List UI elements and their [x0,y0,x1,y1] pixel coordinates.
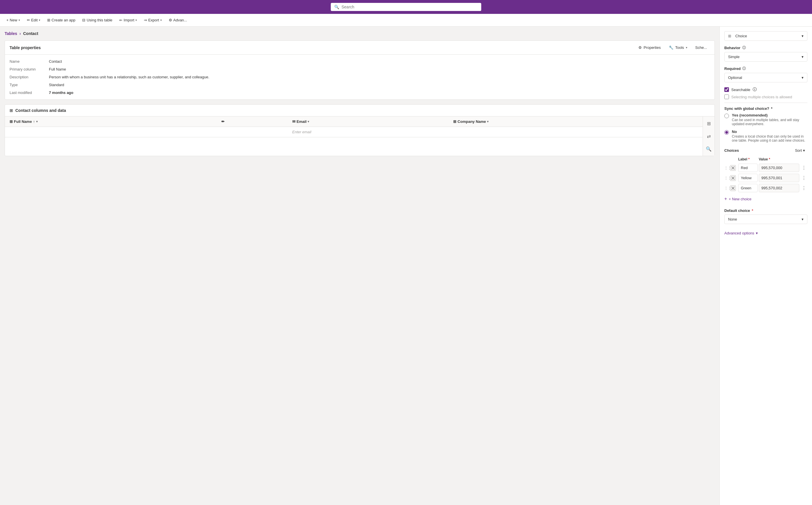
search-input[interactable] [341,5,478,9]
required-label-text: Required ⓘ [724,66,807,71]
divider [724,103,807,103]
data-table: ⊞ Full Name ↑ ▾ ✏ [5,117,703,137]
table-icon: ⊞ [47,18,50,22]
columns-icon: ⊞ [10,108,13,113]
more-button-green[interactable]: ⋮ [800,185,807,191]
share-icon-btn[interactable]: ⇄ [704,132,713,141]
search-bar[interactable]: 🔍 [331,3,481,11]
color-swatch-red[interactable] [730,165,736,171]
info-icon[interactable]: ⓘ [742,45,746,50]
radio-no: No Creates a local choice that can only … [724,130,807,143]
choice-value-yellow[interactable] [759,174,799,182]
required-star: * [771,106,772,111]
col-header-company[interactable]: ⊞ Company Name ▾ [449,117,703,127]
drag-handle[interactable]: ⋮⋮ [724,176,729,180]
using-table-button[interactable]: ⊟ Using this table [79,16,115,24]
sync-heading: Sync with global choice? * [724,106,807,111]
choice-row-red: ⋮⋮ ⋮ [724,164,807,172]
chevron-down-icon: ▾ [802,55,804,59]
cell-email[interactable]: Enter email [287,127,449,137]
more-button-yellow[interactable]: ⋮ [800,175,807,181]
cell-edit [217,127,287,137]
choice-label-yellow[interactable] [738,174,758,182]
plus-icon: + [6,18,9,22]
properties-grid: Name Contact Primary column Full Name De… [5,55,714,100]
drag-handle[interactable]: ⋮⋮ [724,186,729,190]
search-view-icon-btn[interactable]: 🔍 [704,144,713,154]
card-header-actions: ⚙ Properties 🔧 Tools ▾ Sche... [635,44,710,51]
choice-label-green[interactable] [738,184,758,192]
col-header-email[interactable]: ✉ Email ▾ [287,117,449,127]
col-header-edit[interactable]: ✏ [217,117,287,127]
radio-yes: Yes (recommended) Can be used in multipl… [724,113,807,126]
searchable-row: Searchable ⓘ [724,87,807,92]
more-button-red[interactable]: ⋮ [800,164,807,171]
prop-name-label: Name [10,59,44,63]
choices-header: Choices Sort ▾ [724,147,807,154]
advanced-options-button[interactable]: Advanced options ▾ [724,229,758,237]
prop-desc-value: Person with whom a business unit has a r… [49,75,710,79]
chevron-down-icon: ▾ [802,217,804,221]
side-panel-icons: ⊞ ⇄ 🔍 [703,117,714,156]
breadcrumb-current: Contact [23,31,38,36]
default-choice-section: Default choice * None ▾ [724,208,807,224]
sync-no-text: No Creates a local choice that can only … [732,130,807,143]
required-star: * [752,208,753,213]
sync-no-radio[interactable] [724,130,729,135]
properties-button[interactable]: ⚙ Properties [635,44,664,51]
export-button[interactable]: ⇒ Export ▾ [141,16,165,24]
main-layout: Tables › Contact Table properties ⚙ Prop… [0,27,812,505]
cell-fullname [5,127,217,137]
prop-primary-label: Primary column [10,67,44,71]
behavior-label: Behavior ⓘ [724,45,807,50]
table-view-icon-btn[interactable]: ⊞ [704,119,713,128]
field-type-dropdown[interactable]: ⊞ Choice ▾ [724,31,807,41]
default-choice-label: Default choice * [724,208,807,213]
behavior-select[interactable]: Simple ▾ [724,52,807,61]
color-swatch-green[interactable] [730,185,736,191]
chevron-down-icon: ▾ [803,148,805,153]
multiple-choices-checkbox[interactable] [724,95,729,99]
col-header-full-name[interactable]: ⊞ Full Name ↑ ▾ [5,117,217,127]
tools-button[interactable]: 🔧 Tools ▾ [666,44,690,51]
prop-type-value: Standard [49,83,710,87]
value-col-header: Value * [759,157,799,161]
import-button[interactable]: ⇐ Import ▾ [116,16,140,24]
create-app-button[interactable]: ⊞ Create an app [44,16,78,24]
new-choice-button[interactable]: + + New choice [724,194,751,204]
table2-icon: ⊟ [82,18,85,22]
behavior-section: Behavior ⓘ Simple ▾ [724,45,807,61]
color-swatch-yellow[interactable] [730,175,736,181]
left-panel: Tables › Contact Table properties ⚙ Prop… [0,27,719,505]
chevron-down-icon: ▾ [135,18,137,22]
info-icon[interactable]: ⓘ [753,87,757,92]
searchable-checkbox[interactable] [724,87,729,92]
chevron-down-icon: ▾ [487,120,488,123]
prop-name-value: Contact [49,59,710,63]
sync-yes-radio[interactable] [724,114,729,118]
multiple-choices-label: Selecting multiple choices is allowed [731,95,792,99]
chevron-down-icon: ▾ [39,18,40,22]
schedule-button[interactable]: Sche... [692,44,710,51]
default-choice-select[interactable]: None ▾ [724,214,807,224]
table-header-row: ⊞ Full Name ↑ ▾ ✏ [5,117,703,127]
field-type-label: Choice [735,34,747,38]
gear-icon: ⚙ [639,45,642,50]
edit-button[interactable]: ✏ Edit ▾ [24,16,43,24]
choice-value-red[interactable] [759,164,799,172]
card-header: Table properties ⚙ Properties 🔧 Tools ▾ … [5,41,714,55]
info-icon[interactable]: ⓘ [742,66,746,71]
breadcrumb-tables[interactable]: Tables [5,31,17,36]
advanced-button[interactable]: ⚙ Advan... [166,16,190,24]
col-icon-fullname: ⊞ [10,119,13,124]
required-select[interactable]: Optional ▾ [724,73,807,82]
choice-label-red[interactable] [738,164,758,172]
choice-value-green[interactable] [759,184,799,192]
choices-column-headers: Label * Value * [724,156,807,162]
drag-handle[interactable]: ⋮⋮ [724,166,729,170]
new-button[interactable]: + New ▾ [3,16,23,24]
breadcrumb: Tables › Contact [5,31,715,36]
breadcrumb-separator: › [19,31,21,36]
prop-type-label: Type [10,83,44,87]
sort-button[interactable]: Sort ▾ [793,147,807,154]
